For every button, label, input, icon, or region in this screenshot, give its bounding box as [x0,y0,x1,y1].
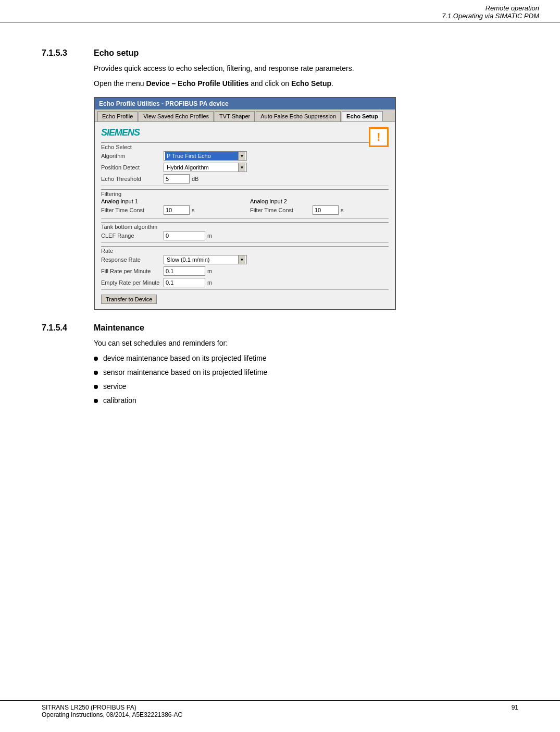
empty-rate-unit: m [207,279,212,286]
section-753-para1: Provides quick access to echo selection,… [94,63,518,74]
dialog-titlebar: Echo Profile Utilities - PROFIBUS PA dev… [95,98,395,109]
list-item: service [94,381,518,392]
section-753-title: Echo setup [94,48,139,58]
tab-auto-false[interactable]: Auto False Echo Suppression [256,111,341,121]
para2-prefix: Open the menu [94,79,146,88]
filter-time-const2-row: Filter Time Const s [250,205,389,215]
page-number: 91 [512,704,518,718]
analog-input2-col: Analog Input 2 Filter Time Const s [250,198,389,217]
filter-time-const1-row: Filter Time Const s [101,205,240,215]
analog-input2-header: Analog Input 2 [250,198,389,204]
bullet-text-4: calibration [103,395,136,406]
page-content: 7.1.5.3 Echo setup Provides quick access… [0,22,560,431]
section-753-body: Provides quick access to echo selection,… [94,63,518,310]
tank-bottom-label: Tank bottom algorithm [101,222,389,230]
position-detect-row: Position Detect Hybrid Algorithm ▼ [101,163,389,172]
transfer-to-device-button[interactable]: Transfer to Device [101,295,157,304]
dialog-body: SIEMENS ! Echo Select Algorithm P True F… [95,122,395,309]
bullet-text-2: sensor maintenance based on its projecte… [103,367,267,378]
bullet-dot-4 [94,399,98,403]
para2-suffix: . [331,79,333,88]
filter-unit2: s [341,207,344,213]
para2-link: Echo Setup [291,79,331,88]
tab-echo-profile[interactable]: Echo Profile [97,111,138,121]
bullet-list: device maintenance based on its projecte… [94,353,518,406]
para2-menu: Device – Echo Profile Utilities [146,79,248,88]
response-rate-select[interactable]: Slow (0.1 m/min) ▼ [164,255,247,264]
response-rate-value: Slow (0.1 m/min) [165,255,238,264]
echo-select-label: Echo Select [101,142,389,150]
page-footer: SITRANS LR250 (PROFIBUS PA) Operating In… [0,700,560,722]
section-754-title: Maintenance [94,323,144,333]
clef-range-label: CLEF Range [101,233,164,239]
analog-input1-col: Analog Input 1 Filter Time Const s [101,198,240,217]
empty-rate-label: Empty Rate per Minute [101,279,164,286]
filter-time-const2-input[interactable] [313,205,339,215]
warning-icon: ! [369,127,389,147]
algorithm-label: Algorithm [101,153,164,159]
echo-threshold-row: Echo Threshold dB [101,174,389,184]
tab-echo-setup[interactable]: Echo Setup [342,111,383,121]
header-line1: Remote operation [21,4,539,12]
page-header: Remote operation 7.1 Operating via SIMAT… [0,0,560,22]
list-item: sensor maintenance based on its projecte… [94,367,518,378]
section-754-number: 7.1.5.4 [42,323,94,333]
response-rate-arrow[interactable]: ▼ [238,255,245,264]
position-detect-select[interactable]: Hybrid Algorithm ▼ [164,163,247,172]
filter-time-const1-label: Filter Time Const [101,207,164,213]
algorithm-row: Algorithm P True First Echo ▼ [101,151,389,161]
list-item: calibration [94,395,518,406]
section-753-header: 7.1.5.3 Echo setup [42,48,518,58]
rate-label: Rate [101,246,389,254]
clef-range-input[interactable] [164,231,205,240]
fill-rate-unit: m [207,268,212,274]
analog-input1-header: Analog Input 1 [101,198,240,204]
list-item: device maintenance based on its projecte… [94,353,518,364]
algorithm-value: P True First Echo [165,152,238,160]
fill-rate-input[interactable] [164,266,205,276]
tab-tvt[interactable]: TVT Shaper [215,111,255,121]
header-line2: 7.1 Operating via SIMATIC PDM [21,12,539,20]
siemens-logo: SIEMENS [101,127,389,138]
clef-range-row: CLEF Range m [101,231,389,240]
footer-line2: Operating Instructions, 08/2014, A5E3222… [42,711,182,718]
filter-time-const2-label: Filter Time Const [250,207,313,213]
para2-mid: and click on [248,79,291,88]
section-753-number: 7.1.5.3 [42,48,94,58]
bullet-dot-2 [94,371,98,375]
echo-threshold-input[interactable] [164,174,190,184]
position-detect-value: Hybrid Algorithm [165,163,238,172]
echo-setup-dialog: Echo Profile Utilities - PROFIBUS PA dev… [94,97,396,310]
filter-time-const1-input[interactable] [164,205,190,215]
bullet-text-3: service [103,381,126,392]
clef-range-unit: m [207,233,212,239]
fill-rate-row: Fill Rate per Minute m [101,266,389,276]
response-rate-row: Response Rate Slow (0.1 m/min) ▼ [101,255,389,264]
filter-unit1: s [192,207,195,213]
filtering-label: Filtering [101,189,389,197]
algorithm-dropdown-arrow[interactable]: ▼ [238,152,245,160]
section-754-body: You can set schedules and reminders for:… [94,338,518,406]
footer-line1: SITRANS LR250 (PROFIBUS PA) [42,704,182,711]
section-753-para2: Open the menu Device – Echo Profile Util… [94,78,518,89]
bullet-text-1: device maintenance based on its projecte… [103,353,267,364]
response-rate-label: Response Rate [101,257,164,263]
empty-rate-input[interactable] [164,278,205,287]
position-detect-label: Position Detect [101,164,164,170]
algorithm-select[interactable]: P True First Echo ▼ [164,151,247,161]
section-754-intro: You can set schedules and reminders for: [94,338,518,349]
footer-left: SITRANS LR250 (PROFIBUS PA) Operating In… [42,704,182,718]
dialog-tabs: Echo Profile View Saved Echo Profiles TV… [95,109,395,122]
echo-threshold-label: Echo Threshold [101,176,164,182]
bullet-dot-1 [94,357,98,361]
empty-rate-row: Empty Rate per Minute m [101,278,389,287]
echo-threshold-unit: dB [192,176,198,182]
bullet-dot-3 [94,385,98,389]
filtering-cols: Analog Input 1 Filter Time Const s Analo… [101,198,389,217]
tab-view-saved[interactable]: View Saved Echo Profiles [139,111,214,121]
position-detect-arrow[interactable]: ▼ [238,163,245,172]
section-754-header: 7.1.5.4 Maintenance [42,323,518,333]
fill-rate-label: Fill Rate per Minute [101,268,164,274]
